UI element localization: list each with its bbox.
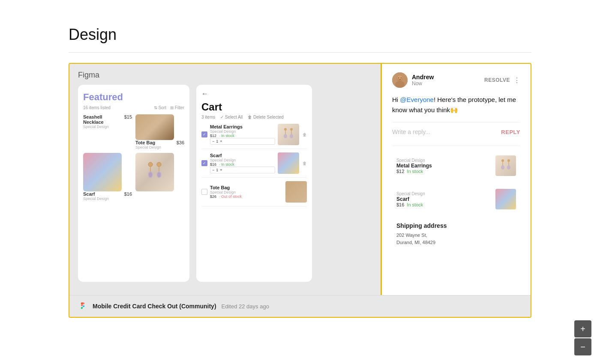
- cart-item-tote: Tote Bag Special Design $26 · Out of sto…: [201, 181, 307, 206]
- tote-name-price: Tote Bag $36: [135, 140, 184, 145]
- main-card: Figma Featured 16 items listed ⇅ Sort ⊞ …: [69, 63, 531, 318]
- tote-price-stock: $26 · Out of stock: [210, 194, 283, 199]
- svg-point-23: [507, 159, 510, 162]
- seashell-name-price: SeashellNecklace $15: [83, 114, 132, 125]
- reply-button[interactable]: REPLY: [501, 129, 520, 135]
- svg-point-10: [284, 134, 287, 138]
- tote-cart-brand: Special Design: [210, 190, 283, 194]
- page-title: Design: [69, 26, 531, 44]
- comment-prefix: Hi: [392, 96, 400, 103]
- scarf-cart-stock: · In stock: [219, 162, 234, 167]
- cont-earrings-info: Special Design Metal Earrings $12 In sto…: [396, 158, 491, 174]
- cont-item-scarf: Special Design Scarf $16 In stock: [392, 185, 520, 214]
- svg-point-19: [401, 78, 402, 78]
- scarf-qty[interactable]: − 1 +: [210, 167, 275, 173]
- comment-panel: Andrew Now RESOLVE ⋮ Hi @Everyone! Here'…: [381, 64, 531, 295]
- earrings-price: $12: [210, 134, 216, 138]
- svg-point-25: [507, 165, 510, 170]
- cart-items-list: ✓ Metal Earrings Special Design $12 · In…: [201, 124, 307, 206]
- earrings-delete[interactable]: 🗑: [303, 132, 307, 137]
- cart-back-arrow[interactable]: ←: [201, 90, 307, 98]
- scarf-cart-name: Scarf: [210, 153, 275, 158]
- scarf-price: $16: [124, 191, 132, 197]
- svg-point-20: [501, 159, 504, 162]
- tote-price: $36: [177, 140, 184, 145]
- scarf-name-price: Scarf $16: [83, 191, 132, 197]
- qty-plus[interactable]: +: [220, 139, 222, 143]
- svg-point-18: [398, 78, 399, 78]
- seashell-price: $15: [124, 114, 132, 119]
- featured-title: Featured: [83, 92, 184, 103]
- scarf-qty-plus[interactable]: +: [220, 168, 222, 172]
- shipping-section: Shipping address 202 Wayne St, Durand, M…: [392, 218, 520, 250]
- figma-content: Featured 16 items listed ⇅ Sort ⊞ Filter: [69, 85, 381, 290]
- earrings-name: Metal Earrings: [210, 124, 275, 129]
- qty-minus[interactable]: −: [212, 139, 214, 143]
- scarf-image: [83, 153, 122, 191]
- shipping-line2: Durand, MI, 48429: [396, 239, 516, 246]
- cont-scarf-price: $16: [396, 202, 404, 207]
- comment-body: Hi @Everyone! Here's the prototype, let …: [392, 95, 520, 115]
- resolve-button[interactable]: RESOLVE: [484, 77, 510, 83]
- shipping-line1: 202 Wayne St,: [396, 232, 516, 239]
- earrings-checkbox[interactable]: ✓: [201, 131, 207, 137]
- qty-value: 1: [216, 139, 218, 143]
- scarf-delete[interactable]: 🗑: [303, 161, 307, 166]
- tote-cart-name: Tote Bag: [210, 185, 283, 190]
- tote-brand: Special Design: [135, 145, 184, 149]
- product-tote: Tote Bag $36 Special Design: [135, 114, 184, 149]
- filter-label[interactable]: ⊞ Filter: [170, 105, 184, 110]
- product-row-2: Scarf $16 Special Design: [83, 153, 184, 201]
- cont-scarf-image: [495, 189, 516, 209]
- seashell-name: SeashellNecklace: [83, 114, 104, 125]
- footer-edited-time: Edited 22 days ago: [222, 303, 269, 310]
- scarf-cart-info: Scarf Special Design $16 · In stock − 1: [210, 153, 275, 173]
- sort-filter: ⇅ Sort ⊞ Filter: [154, 105, 184, 110]
- cont-scarf-stock: In stock: [407, 202, 423, 207]
- select-all-btn[interactable]: ✓ Select All: [220, 115, 243, 119]
- scarf-qty-value: 1: [216, 168, 218, 172]
- scarf-name: Scarf: [83, 191, 95, 197]
- scarf-checkbox[interactable]: ✓: [201, 160, 207, 166]
- cart-item-earrings: ✓ Metal Earrings Special Design $12 · In…: [201, 124, 307, 149]
- comment-mention[interactable]: @Everyone: [400, 96, 434, 103]
- shipping-address: 202 Wayne St, Durand, MI, 48429: [396, 232, 516, 246]
- earrings-qty[interactable]: − 1 +: [210, 138, 275, 145]
- cart-scarf-image: [278, 152, 299, 174]
- cont-earrings-stock: In stock: [407, 169, 423, 174]
- cont-earrings-image: [495, 155, 516, 176]
- tote-cart-stock: · Out of stock: [219, 194, 242, 199]
- card-footer: Mobile Credit Card Check Out (Community)…: [69, 295, 531, 317]
- tote-cart-info: Tote Bag Special Design $26 · Out of sto…: [210, 185, 283, 199]
- cart-meta: 3 items ✓ Select All 🗑 Delete Selected: [201, 115, 307, 119]
- svg-point-16: [395, 81, 405, 88]
- figma-panel: Figma Featured 16 items listed ⇅ Sort ⊞ …: [69, 64, 381, 295]
- delete-selected-btn[interactable]: 🗑 Delete Selected: [248, 115, 283, 119]
- tote-cart-price: $26: [210, 194, 216, 199]
- product-scarf: Scarf $16 Special Design: [83, 153, 132, 201]
- cart-tote-image: [285, 181, 307, 203]
- tote-name: Tote Bag: [135, 140, 155, 145]
- footer-file-name[interactable]: Mobile Credit Card Check Out (Community): [93, 303, 216, 310]
- divider: [69, 52, 531, 53]
- product-earrings-img: [135, 153, 184, 191]
- scarf-qty-minus[interactable]: −: [212, 168, 214, 172]
- cont-scarf-design: Special Design: [396, 191, 491, 196]
- sort-label[interactable]: ⇅ Sort: [154, 105, 166, 110]
- items-count: 16 items listed: [83, 105, 111, 110]
- earrings-info: Metal Earrings Special Design $12 · In s…: [210, 124, 275, 145]
- cont-scarf-name: Scarf: [396, 196, 491, 202]
- product-row-1: SeashellNecklace $15 Special Design Tote…: [83, 114, 184, 149]
- svg-point-7: [157, 172, 161, 177]
- card-body: Figma Featured 16 items listed ⇅ Sort ⊞ …: [69, 64, 531, 295]
- shipping-title: Shipping address: [396, 222, 516, 229]
- earrings-image: [135, 153, 174, 191]
- scarf-price-stock: $16 · In stock: [210, 162, 275, 167]
- tote-checkbox[interactable]: [201, 189, 207, 195]
- reply-input-placeholder[interactable]: Write a reply...: [392, 128, 501, 135]
- cart-screen: ← Cart 3 items ✓ Select All 🗑 Delete Sel…: [196, 85, 312, 282]
- more-options-icon[interactable]: ⋮: [513, 76, 520, 84]
- cont-earrings-design: Special Design: [396, 158, 491, 163]
- svg-point-11: [290, 128, 293, 131]
- tote-image: [135, 114, 174, 140]
